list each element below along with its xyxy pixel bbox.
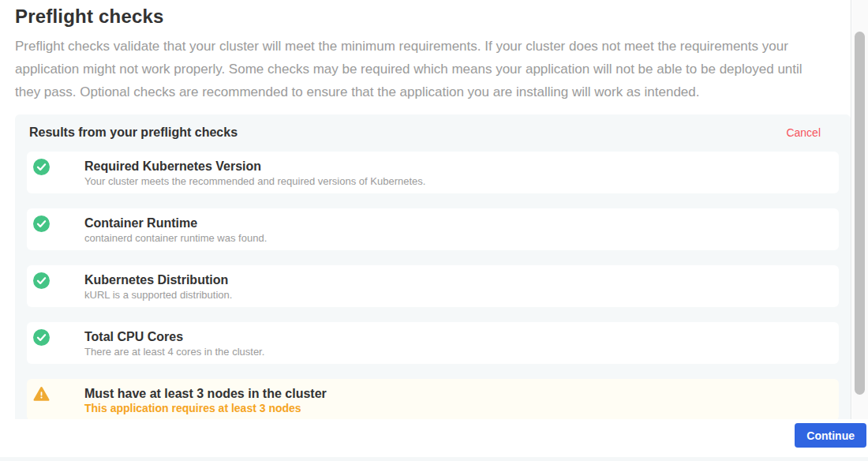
- check-message: containerd container runtime was found.: [84, 232, 826, 244]
- check-title: Required Kubernetes Version: [84, 159, 826, 174]
- check-title: Must have at least 3 nodes in the cluste…: [84, 386, 826, 401]
- scrollbar-thumb[interactable]: [855, 32, 865, 395]
- check-item: Container Runtime containerd container r…: [27, 208, 839, 250]
- page-content: Preflight checks Preflight checks valida…: [0, 0, 851, 419]
- warning-triangle-icon: [33, 386, 50, 403]
- check-item: Must have at least 3 nodes in the cluste…: [27, 379, 839, 419]
- check-circle-icon: [33, 159, 50, 175]
- check-circle-icon: [33, 272, 50, 289]
- scroll-viewport: Preflight checks Preflight checks valida…: [0, 0, 851, 419]
- check-title: Kubernetes Distribution: [84, 272, 826, 287]
- cancel-link[interactable]: Cancel: [786, 125, 821, 141]
- check-circle-icon: [33, 329, 50, 346]
- bottom-strip: [0, 457, 868, 461]
- description-line: they pass. Optional checks are recommend…: [15, 81, 851, 103]
- check-item: Required Kubernetes Version Your cluster…: [27, 152, 839, 193]
- continue-button[interactable]: Continue: [795, 423, 866, 448]
- page-description: Preflight checks validate that your clus…: [15, 35, 851, 103]
- check-title: Container Runtime: [84, 216, 826, 230]
- check-title: Total CPU Cores: [84, 329, 826, 344]
- check-circle-icon: [33, 216, 50, 232]
- check-message: kURL is a supported distribution.: [84, 289, 826, 301]
- results-card-title: Results from your preflight checks: [29, 125, 238, 141]
- results-card: Results from your preflight checks Cance…: [15, 114, 851, 419]
- check-message: There are at least 4 cores in the cluste…: [84, 346, 826, 358]
- description-line: application might not work properly. Som…: [15, 58, 851, 81]
- vertical-scrollbar[interactable]: [852, 0, 868, 419]
- description-line: Preflight checks validate that your clus…: [15, 35, 851, 58]
- page-title: Preflight checks: [15, 5, 851, 28]
- check-item: Kubernetes Distribution kURL is a suppor…: [27, 265, 839, 307]
- preflight-checks-page: Preflight checks Preflight checks valida…: [0, 0, 868, 461]
- footer-bar: Continue: [0, 419, 868, 457]
- check-message: This application requires at least 3 nod…: [84, 403, 826, 414]
- check-list: Required Kubernetes Version Your cluster…: [27, 152, 839, 419]
- check-item: Total CPU Cores There are at least 4 cor…: [27, 322, 839, 364]
- check-message: Your cluster meets the recommended and r…: [84, 175, 826, 187]
- results-card-header: Results from your preflight checks Cance…: [27, 125, 839, 141]
